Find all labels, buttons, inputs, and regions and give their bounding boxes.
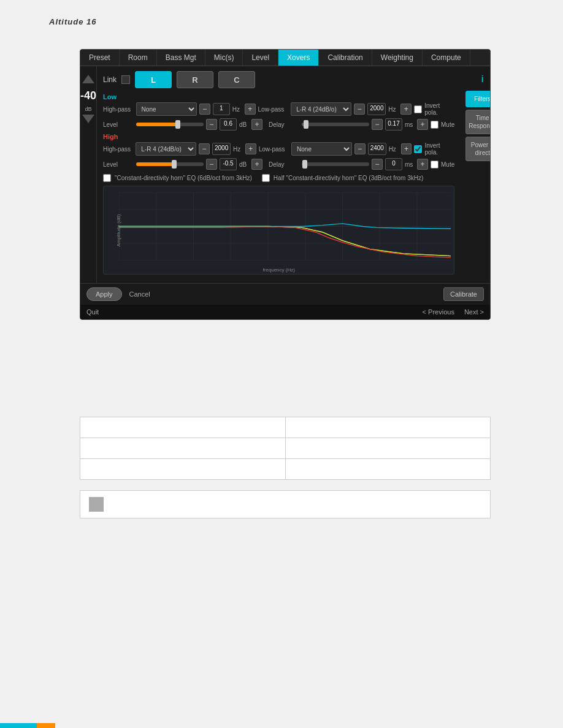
low-level-slider-thumb[interactable] bbox=[175, 120, 180, 129]
table-cell bbox=[80, 438, 286, 459]
low-mute-label: Mute bbox=[441, 121, 454, 128]
low-highpass-freq-unit: Hz bbox=[232, 106, 242, 113]
tab-weighting[interactable]: Weighting bbox=[372, 50, 423, 66]
nav-tabs: Preset Room Bass Mgt Mic(s) Level Xovers… bbox=[80, 50, 490, 66]
bottom-color-bar bbox=[0, 723, 563, 728]
table-cell bbox=[285, 438, 491, 459]
low-lowpass-select[interactable]: L-R 4 (24dB/o) bbox=[291, 102, 351, 116]
high-delay-minus[interactable]: − bbox=[372, 159, 383, 170]
high-lowpass-freq-plus[interactable]: + bbox=[401, 143, 412, 154]
high-delay-value[interactable]: 0 bbox=[385, 158, 402, 170]
high-lowpass-freq-value[interactable]: 2400 bbox=[368, 143, 386, 155]
tab-level[interactable]: Level bbox=[243, 50, 278, 66]
low-delay-slider[interactable] bbox=[302, 123, 369, 126]
low-lowpass-freq-value[interactable]: 2000 bbox=[367, 103, 386, 115]
low-level-minus[interactable]: − bbox=[206, 119, 217, 130]
cancel-button[interactable]: Cancel bbox=[129, 290, 150, 298]
low-highpass-freq-minus[interactable]: − bbox=[199, 104, 210, 115]
filters-button[interactable]: Filters bbox=[465, 91, 491, 107]
app-window: Preset Room Bass Mgt Mic(s) Level Xovers… bbox=[80, 49, 491, 320]
high-invert-checkbox[interactable] bbox=[414, 145, 422, 153]
low-delay-minus[interactable]: − bbox=[372, 119, 383, 130]
level-up-arrow[interactable] bbox=[82, 75, 94, 83]
tab-preset[interactable]: Preset bbox=[80, 50, 120, 66]
high-level-slider[interactable] bbox=[136, 162, 204, 166]
high-delay-plus[interactable]: + bbox=[417, 159, 428, 170]
tab-room[interactable]: Room bbox=[120, 50, 157, 66]
frequency-chart: Amplitude (dB) bbox=[103, 186, 454, 275]
low-section-label: Low bbox=[103, 93, 454, 100]
high-highpass-freq-value[interactable]: 2000 bbox=[212, 143, 231, 155]
tab-compute[interactable]: Compute bbox=[423, 50, 470, 66]
low-lowpass-freq-plus[interactable]: + bbox=[400, 104, 412, 115]
low-delay-slider-thumb[interactable] bbox=[304, 120, 308, 129]
time-response-button[interactable]: TimeResponse bbox=[465, 110, 491, 134]
high-highpass-label: High-pass bbox=[103, 146, 133, 153]
tables-section bbox=[80, 417, 491, 480]
low-delay-plus[interactable]: + bbox=[417, 119, 428, 130]
cd-horn-checkbox[interactable] bbox=[103, 174, 111, 182]
high-lowpass-freq-minus[interactable]: − bbox=[354, 143, 366, 154]
low-level-slider[interactable] bbox=[136, 123, 204, 126]
channel-btn-l[interactable]: L bbox=[135, 71, 172, 88]
table-row bbox=[80, 438, 491, 459]
tab-mics[interactable]: Mic(s) bbox=[205, 50, 243, 66]
half-cd-horn-label: Half "Constant-directivity horn" EQ (3dB… bbox=[274, 175, 423, 181]
footer-nav: Quit < Previous Next > bbox=[80, 305, 490, 319]
low-lowpass-label: Low-pass bbox=[258, 106, 289, 113]
bar-orange bbox=[37, 723, 55, 728]
link-checkbox[interactable] bbox=[121, 75, 130, 84]
channel-btn-c[interactable]: C bbox=[218, 71, 255, 88]
high-mute-checkbox[interactable] bbox=[431, 161, 439, 169]
low-lowpass-freq-minus[interactable]: − bbox=[354, 104, 365, 115]
high-highpass-freq-minus[interactable]: − bbox=[199, 143, 210, 154]
high-level-unit: dB bbox=[239, 161, 249, 168]
high-highpass-freq-plus[interactable]: + bbox=[245, 143, 256, 154]
tab-xovers[interactable]: Xovers bbox=[278, 50, 319, 66]
quit-link[interactable]: Quit bbox=[86, 308, 99, 316]
previous-link[interactable]: < Previous bbox=[423, 308, 454, 316]
link-label: Link bbox=[103, 75, 117, 84]
high-level-minus[interactable]: − bbox=[206, 159, 217, 170]
low-level-plus[interactable]: + bbox=[251, 119, 262, 130]
low-delay-label: Delay bbox=[269, 121, 299, 128]
chart-svg: 40 20 0 -20 -40 20 50 100 bbox=[119, 192, 451, 260]
high-level-value[interactable]: -0.5 bbox=[220, 158, 237, 170]
high-lowpass-select[interactable]: None bbox=[291, 142, 352, 156]
level-down-arrow[interactable] bbox=[82, 115, 94, 123]
high-level-delay-row: Level − -0.5 dB + Delay − 0 ms + Mute bbox=[103, 158, 454, 170]
level-panel: -40 dB bbox=[80, 66, 97, 283]
high-delay-slider[interactable] bbox=[302, 162, 369, 166]
low-highpass-freq-plus[interactable]: + bbox=[245, 104, 256, 115]
low-delay-value[interactable]: 0.17 bbox=[385, 118, 402, 131]
high-filter-row: High-pass L-R 4 (24dB/o) − 2000 Hz + Low… bbox=[103, 142, 454, 156]
half-cd-horn-checkbox[interactable] bbox=[262, 174, 270, 182]
low-highpass-freq-value[interactable]: 1 bbox=[213, 103, 230, 115]
apply-button[interactable]: Apply bbox=[86, 287, 122, 301]
center-panel: Link L R C Low High-pass None − 1 Hz + L… bbox=[97, 66, 461, 283]
tab-bass-mgt[interactable]: Bass Mgt bbox=[157, 50, 205, 66]
low-level-unit: dB bbox=[239, 121, 249, 128]
bottom-action-bar: Apply Cancel Calibrate bbox=[80, 283, 490, 305]
low-invert-checkbox[interactable] bbox=[414, 105, 422, 113]
channel-btn-r[interactable]: R bbox=[177, 71, 213, 88]
next-link[interactable]: Next > bbox=[464, 308, 484, 316]
cd-horn-row: "Constant-directivity horn" EQ (6dB/oct … bbox=[103, 174, 454, 182]
high-delay-slider-thumb[interactable] bbox=[302, 160, 307, 169]
low-highpass-label: High-pass bbox=[103, 106, 134, 113]
low-filter-row: High-pass None − 1 Hz + Low-pass L-R 4 (… bbox=[103, 102, 454, 116]
table-cell bbox=[285, 459, 491, 480]
calibrate-button[interactable]: Calibrate bbox=[443, 287, 484, 301]
high-level-plus[interactable]: + bbox=[251, 159, 262, 170]
power-direct-button[interactable]: Power &direct bbox=[465, 137, 491, 161]
low-mute-checkbox[interactable] bbox=[431, 121, 439, 129]
tab-calibration[interactable]: Calibration bbox=[319, 50, 372, 66]
high-highpass-select[interactable]: L-R 4 (24dB/o) bbox=[136, 142, 196, 156]
high-highpass-freq-unit: Hz bbox=[233, 146, 243, 153]
low-level-value[interactable]: 0.6 bbox=[220, 118, 237, 131]
low-highpass-select[interactable]: None bbox=[136, 102, 197, 116]
table-row bbox=[80, 459, 491, 480]
high-level-slider-thumb[interactable] bbox=[172, 160, 177, 169]
table-cell bbox=[80, 417, 286, 438]
info-button[interactable]: i bbox=[465, 70, 491, 88]
